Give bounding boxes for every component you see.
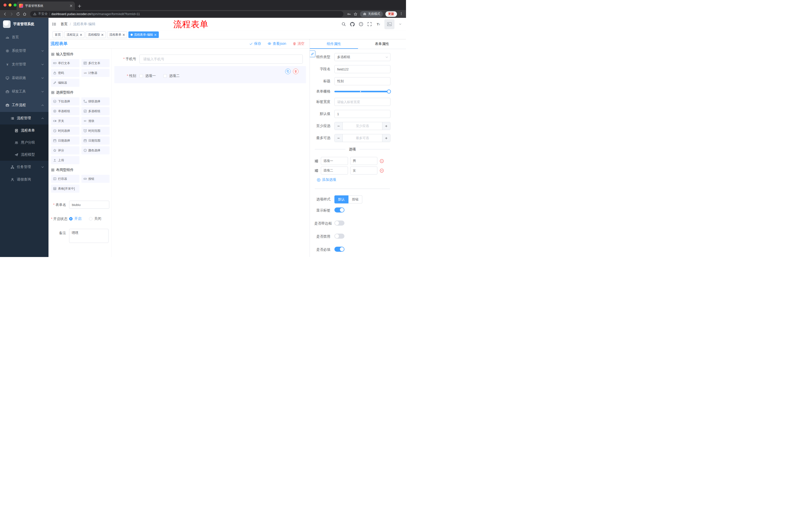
add-option-button[interactable]: 添加选项	[317, 178, 390, 182]
gender-option-2[interactable]: 选项二	[163, 74, 180, 78]
palette-item-color-picker[interactable]: 颜色选择	[81, 146, 110, 154]
clear-button[interactable]: 清空	[293, 42, 304, 46]
palette-item-upload[interactable]: 上传	[51, 156, 79, 164]
palette-item-time-range[interactable]: 时间范围	[81, 127, 110, 135]
gender-option-1[interactable]: 选项一	[140, 74, 156, 78]
palette-item-rate[interactable]: 评分	[51, 146, 79, 154]
copy-widget-button[interactable]	[285, 69, 291, 74]
sidebar-item-home[interactable]: 首页	[0, 30, 49, 44]
security-warning-icon[interactable]	[33, 12, 36, 16]
component-type-select[interactable]: 多选框组	[335, 53, 390, 61]
palette-item-select[interactable]: 下拉选择	[51, 97, 79, 105]
style-button-button[interactable]: 按钮	[348, 195, 362, 204]
status-radio-off[interactable]: 关闭	[89, 217, 101, 221]
required-toggle[interactable]	[335, 247, 344, 252]
option-2-name-input[interactable]	[321, 166, 348, 174]
avatar-caret-icon[interactable]	[399, 23, 402, 25]
palette-item-single-line-text[interactable]: 单行文本	[51, 59, 79, 67]
browser-update-button[interactable]: 更新	[385, 11, 397, 17]
canvas-field-gender-selected[interactable]: 性别 选项一 选项二	[114, 66, 306, 83]
sidebar-item-system[interactable]: 系统管理	[0, 44, 49, 58]
sidebar-item-process-management[interactable]: 流程管理	[0, 112, 49, 125]
palette-item-time-picker[interactable]: 时间选择	[51, 127, 79, 135]
close-icon[interactable]	[101, 34, 104, 36]
close-icon[interactable]	[154, 34, 156, 36]
label-width-input[interactable]	[335, 98, 390, 106]
forward-icon[interactable]	[9, 12, 13, 16]
palette-item-button[interactable]: 按钮	[81, 175, 110, 183]
palette-item-slider[interactable]: 滑块	[81, 117, 110, 125]
font-size-icon[interactable]: TT	[376, 22, 380, 26]
browser-tab[interactable]: 芋道管理系统	[17, 1, 75, 10]
back-icon[interactable]	[3, 12, 7, 16]
default-value-input[interactable]	[335, 110, 390, 118]
minus-icon[interactable]	[335, 122, 343, 130]
palette-item-radio-group[interactable]: 单选框组	[51, 107, 79, 115]
tag-process-form[interactable]: 流程表单	[107, 31, 127, 38]
sidebar-item-devtools[interactable]: 研发工具	[0, 85, 49, 98]
disabled-toggle[interactable]	[335, 234, 344, 239]
title-input[interactable]	[335, 77, 390, 85]
minimize-window-button[interactable]	[8, 3, 11, 6]
tag-home[interactable]: 首页	[53, 31, 63, 38]
tab-close-icon[interactable]	[70, 4, 72, 7]
close-icon[interactable]	[123, 34, 125, 36]
search-icon[interactable]	[342, 22, 346, 26]
field-name-input[interactable]	[335, 65, 390, 73]
palette-item-date-picker[interactable]: 日期选择	[51, 137, 79, 144]
doc-link-affix-button[interactable]	[310, 51, 315, 57]
palette-item-table[interactable]: 表格[开发中]	[51, 185, 79, 193]
view-json-button[interactable]: 查看json	[267, 42, 286, 46]
status-radio-on[interactable]: 开启	[69, 217, 81, 221]
sidebar-item-leave-query[interactable]: 请假查询	[0, 173, 49, 186]
drag-handle-icon[interactable]	[314, 159, 319, 163]
style-default-button[interactable]: 默认	[335, 195, 348, 204]
home-icon[interactable]	[23, 12, 27, 16]
new-tab-button[interactable]	[78, 4, 81, 8]
grid-slider[interactable]	[335, 91, 389, 92]
delete-widget-button[interactable]	[293, 69, 298, 74]
drag-handle-icon[interactable]	[314, 168, 319, 173]
palette-item-cascader[interactable]: 级联选择	[81, 97, 110, 105]
palette-item-date-range[interactable]: 日期范围	[81, 137, 110, 144]
palette-item-counter[interactable]: 123 计数器	[81, 69, 110, 77]
sidebar-item-payment[interactable]: ¥ 支付管理	[0, 58, 49, 71]
sidebar-item-task-management[interactable]: 任务管理	[0, 161, 49, 173]
sidebar-item-process-model[interactable]: 流程模型	[0, 148, 49, 161]
sidebar-item-process-form[interactable]: 流程表单	[0, 125, 49, 137]
tag-process-model[interactable]: 流程模型	[86, 31, 106, 38]
form-name-input[interactable]	[69, 201, 109, 209]
form-canvas[interactable]: 手机号	[112, 49, 310, 257]
plus-icon[interactable]	[382, 134, 390, 142]
minus-icon[interactable]	[335, 134, 343, 142]
slider-handle[interactable]	[387, 89, 391, 93]
sidebar-item-workflow[interactable]: 工作流程	[0, 98, 49, 112]
browser-menu-kebab-icon[interactable]	[400, 12, 403, 16]
remove-option-icon[interactable]	[380, 168, 384, 173]
palette-item-multi-line-text[interactable]: 多行文本	[81, 59, 110, 67]
sidebar-item-user-group[interactable]: 用户分组	[0, 137, 49, 148]
password-key-icon[interactable]	[347, 12, 351, 16]
close-icon[interactable]	[80, 34, 82, 36]
save-button[interactable]: 保存	[249, 42, 261, 46]
form-remark-textarea[interactable]: 嘿嘿	[69, 229, 109, 243]
palette-item-password[interactable]: 密码	[51, 69, 79, 77]
tab-component-props[interactable]: 组件属性	[310, 39, 358, 49]
palette-item-row-container[interactable]: 行容器	[51, 175, 79, 183]
canvas-field-phone[interactable]: 手机号	[114, 53, 306, 65]
option-1-name-input[interactable]	[321, 157, 348, 165]
zoom-window-button[interactable]	[13, 3, 17, 6]
tag-process-form-edit[interactable]: 流程表单-编辑	[128, 31, 159, 38]
tag-process-definition[interactable]: 流程定义	[64, 31, 84, 38]
github-icon[interactable]	[350, 22, 355, 27]
option-2-value-input[interactable]	[350, 166, 377, 174]
close-window-button[interactable]	[3, 3, 6, 6]
remove-option-icon[interactable]	[380, 159, 384, 163]
reload-icon[interactable]	[16, 12, 20, 16]
max-select-value[interactable]: 最多可选	[343, 134, 382, 142]
plus-icon[interactable]	[382, 122, 390, 130]
palette-item-switch[interactable]: 开关	[51, 117, 79, 125]
border-toggle[interactable]	[335, 220, 344, 225]
fullscreen-icon[interactable]	[367, 22, 372, 26]
breadcrumb-home[interactable]: 首页	[61, 22, 67, 26]
